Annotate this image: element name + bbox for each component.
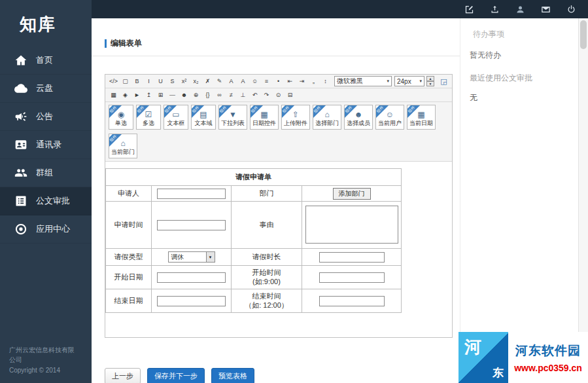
recent-approvals-header: 最近使用公文审批 [470,73,578,84]
sidebar-item-home[interactable]: 首页 [0,46,92,75]
end-date-input[interactable] [157,296,226,306]
line-height-icon[interactable]: ↕ [320,76,331,87]
copyright: Copyright © 2014 [9,365,75,376]
underline-icon[interactable]: U [155,76,166,87]
emoticon-icon[interactable]: ☻ [179,90,190,101]
font-family-select[interactable]: 微软雅黑 ▾ [334,76,392,86]
ordered-list-icon[interactable]: ≡ [261,76,272,87]
superscript-icon[interactable]: x² [179,76,190,87]
sidebar-item-announcements[interactable]: 公告 [0,103,92,131]
right-panel: 待办事项 暂无待办 最近使用公文审批 无 [460,18,578,383]
watermark-text: 河东软件园 www.pc0359.cn [508,332,588,383]
recent-approvals-empty-text: 无 [470,92,578,103]
emoji-icon[interactable]: ☺ [249,76,260,87]
sidebar-item-label: 公文审批 [36,195,70,207]
upload-component[interactable]: 组件 ⇧ 上传附件 [281,105,310,130]
component-icon: ⌂ [324,111,329,119]
print-icon[interactable]: ⊟ [285,90,296,101]
checkbox-component[interactable]: 组件 ☑ 多选 [136,105,161,130]
unordered-list-icon[interactable]: • [273,76,284,87]
search-icon[interactable]: ⊙ [273,90,284,101]
fullscreen-icon[interactable]: ◲ [438,76,449,87]
stepper-up-icon[interactable]: ▲ [426,76,434,81]
preview-form-button[interactable]: 预览表格 [211,368,254,383]
power-icon[interactable] [566,5,576,14]
text-color-icon[interactable]: A [226,76,237,87]
image-icon[interactable]: ▦ [108,90,119,101]
font-size-stepper[interactable]: ▲ ▼ [426,76,434,86]
textarea-component[interactable]: 组件 ▤ 文本域 [191,105,216,130]
mail-icon[interactable] [541,5,551,14]
component-icon: ◉ [118,111,124,119]
flash-icon[interactable]: ◈ [120,90,131,101]
dropdown-component[interactable]: 组件 ▼ 下拉列表 [218,105,247,130]
remove-format-icon[interactable]: ✗ [202,76,213,87]
table-icon[interactable]: ⊞ [155,90,166,101]
vertical-scrollbar[interactable] [578,18,588,383]
stepper-down-icon[interactable]: ▼ [426,81,434,86]
start-date-input[interactable] [157,272,226,283]
bold-icon[interactable]: B [131,76,143,87]
media-icon[interactable]: ► [131,90,143,101]
document-icon[interactable]: ▢ [120,76,131,87]
end-time-input[interactable] [319,296,385,306]
component-label: 当前部门 [111,148,135,156]
user-icon[interactable] [515,5,525,14]
source-code-icon[interactable]: </> [108,76,119,87]
editor-toolbar-row-2: ▦ ◈ ► ↥ ⊞ ― ☻ ⊕ {} ∞ [105,88,452,102]
map-icon[interactable]: ⊕ [190,90,201,101]
font-size-select[interactable]: 24px ▾ [394,76,424,86]
subscript-icon[interactable]: x₂ [190,76,201,87]
horizontal-rule-icon[interactable]: ― [167,90,178,101]
outdent-icon[interactable]: ⇤ [285,76,296,87]
previous-step-button[interactable]: 上一步 [105,368,141,383]
applicant-input[interactable] [157,189,226,199]
redo-icon[interactable]: ↷ [261,90,272,101]
editor-canvas[interactable]: 请假申请单 申请人 部门 添加部门 申请时间 事由 请假类型 [105,162,452,337]
sidebar-item-app-center[interactable]: 应用中心 [0,215,92,244]
undo-icon[interactable]: ↶ [249,90,260,101]
sidebar: 知库 首页 云盘 公告 通讯录 群组 公文审批 应用中心 广州云宏信息科技有限 … [0,0,92,383]
start-time-label: 开始时间 (如:9:00) [252,268,281,287]
component-icon: ▭ [172,111,179,119]
current-user-component[interactable]: 组件 ☺ 当前用户 [375,105,404,130]
save-and-next-button[interactable]: 保存并下一步 [147,368,205,383]
leave-type-select[interactable]: 调休 ▼ [168,251,215,263]
add-department-button[interactable]: 添加部门 [333,188,371,200]
announcement-icon [14,110,27,123]
reason-textarea[interactable] [305,206,398,244]
attachment-icon[interactable]: ↥ [143,90,154,101]
select-department-component[interactable]: 组件 ⌂ 选择部门 [313,105,341,130]
indent-icon[interactable]: ⇥ [296,76,307,87]
anchor-icon[interactable]: ⊥ [237,90,249,101]
watermark-logo-char-2: 东 [493,365,504,380]
highlight-color-icon[interactable]: A [237,76,249,87]
italic-icon[interactable]: I [143,76,154,87]
current-department-component[interactable]: 组件 ⌂ 当前部门 [109,134,137,158]
unlink-icon[interactable]: ≠ [226,90,237,101]
current-date-component[interactable]: 组件 ▦ 当前日期 [407,105,436,130]
sidebar-item-groups[interactable]: 群组 [0,159,92,187]
sidebar-item-document-approval[interactable]: 公文审批 [0,187,92,215]
strikethrough-icon[interactable]: S [167,76,178,87]
code-icon[interactable]: {} [202,90,213,101]
textbox-component[interactable]: 组件 ▭ 文本框 [164,105,188,130]
leave-duration-input[interactable] [319,252,385,263]
upload-icon[interactable] [490,5,500,14]
format-paint-icon[interactable]: ✎ [214,76,225,87]
compose-icon[interactable] [464,5,474,14]
app-center-icon [14,223,27,236]
date-component[interactable]: 组件 ▦ 日期控件 [250,105,279,130]
sidebar-item-cloud-disk[interactable]: 云盘 [0,75,92,103]
end-time-label: 结束时间 （如: 12:00） [245,292,288,310]
start-time-input[interactable] [319,272,385,283]
radio-component[interactable]: 组件 ◉ 单选 [109,105,133,130]
link-icon[interactable]: ∞ [214,90,225,101]
scrollbar-thumb[interactable] [580,20,587,49]
blockquote-icon[interactable]: „ [308,76,319,87]
sidebar-item-contacts[interactable]: 通讯录 [0,131,92,159]
component-icon: ☺ [386,111,394,119]
form-editor: </> ▢ B I U S x² x₂ ✗ ✎ [105,74,453,338]
select-member-component[interactable]: 组件 ☻ 选择成员 [344,105,373,130]
apply-time-input[interactable] [157,220,226,230]
